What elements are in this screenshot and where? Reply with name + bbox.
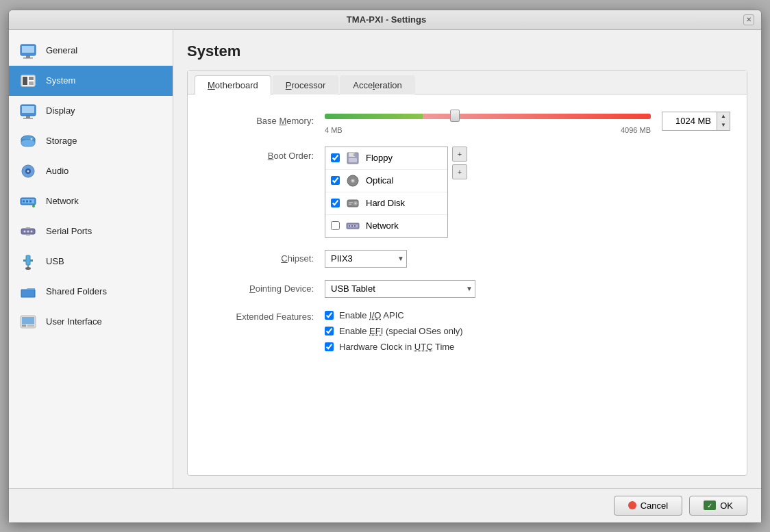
svg-rect-7 xyxy=(29,81,34,85)
tab-processor-label: Processor xyxy=(286,80,326,90)
base-memory-label: Base Memory: xyxy=(204,116,314,126)
optical-icon xyxy=(345,173,360,188)
sidebar-item-serial-ports[interactable]: Serial Ports xyxy=(9,216,173,246)
main-content: System Motherboard Processor Acceleratio… xyxy=(173,30,761,488)
sidebar-item-audio[interactable]: Audio xyxy=(9,156,173,186)
page-title: System xyxy=(187,42,747,60)
close-button[interactable]: ✕ xyxy=(743,14,754,25)
sidebar-label-display: Display xyxy=(46,105,75,116)
tab-acceleration[interactable]: Acceleration xyxy=(340,75,415,94)
cancel-button[interactable]: Cancel xyxy=(614,496,682,516)
shared-folders-icon xyxy=(18,282,38,301)
svg-rect-21 xyxy=(26,200,28,202)
feature-label-utc: Hardware Clock in UTC Time xyxy=(339,342,454,352)
system-icon xyxy=(18,71,38,90)
svg-rect-49 xyxy=(349,202,353,203)
boot-arrows: + + xyxy=(452,147,467,179)
boot-checkbox-network[interactable] xyxy=(331,221,340,230)
boot-order-container: Floppy xyxy=(325,147,467,238)
tab-motherboard-label: Motherboard xyxy=(208,80,258,90)
slider-labels: 4 MB 4096 MB xyxy=(325,126,651,134)
svg-point-26 xyxy=(27,230,29,232)
svg-point-23 xyxy=(32,205,35,207)
boot-item-optical: Optical xyxy=(325,170,447,192)
svg-rect-50 xyxy=(349,203,351,205)
memory-spin-buttons: ▲ ▼ xyxy=(717,112,730,131)
svg-point-32 xyxy=(25,267,31,270)
svg-rect-36 xyxy=(22,317,34,324)
sidebar-item-system[interactable]: System xyxy=(9,66,173,96)
window-title: TMA-PXI - Settings xyxy=(29,14,743,25)
sidebar-item-network[interactable]: Network xyxy=(9,186,173,216)
window-body: General System xyxy=(9,30,761,488)
svg-point-25 xyxy=(24,230,26,232)
floppy-icon xyxy=(345,151,360,166)
tab-processor[interactable]: Processor xyxy=(273,75,339,94)
boot-checkbox-optical[interactable] xyxy=(331,176,340,185)
sidebar-label-usb: USB xyxy=(46,256,64,266)
chipset-select[interactable]: PIIX3 ICH9 xyxy=(325,250,407,268)
svg-rect-33 xyxy=(23,259,26,262)
svg-rect-3 xyxy=(23,58,33,59)
svg-rect-41 xyxy=(353,153,355,156)
svg-point-45 xyxy=(352,179,354,181)
sidebar-item-general[interactable]: General xyxy=(9,36,173,66)
svg-rect-30 xyxy=(26,255,30,265)
sidebar-item-user-interface[interactable]: User Interface xyxy=(9,307,173,337)
pointing-device-row: Pointing Device: USB Tablet PS/2 Mouse ▼ xyxy=(204,280,730,298)
memory-spin-up[interactable]: ▲ xyxy=(717,112,730,121)
harddisk-icon xyxy=(345,196,360,211)
svg-rect-34 xyxy=(30,259,33,262)
pointing-device-select[interactable]: USB Tablet PS/2 Mouse xyxy=(325,280,475,298)
cancel-icon xyxy=(628,501,636,509)
sidebar-label-user-interface: User Interface xyxy=(46,316,102,327)
tabs-bar: Motherboard Processor Acceleration xyxy=(188,71,747,94)
svg-rect-20 xyxy=(23,200,25,202)
tab-motherboard[interactable]: Motherboard xyxy=(195,75,271,94)
boot-item-network: Network xyxy=(325,215,447,237)
boot-arrow-down[interactable]: + xyxy=(452,164,467,179)
svg-rect-2 xyxy=(26,55,30,58)
svg-rect-9 xyxy=(22,106,34,113)
serial-ports-icon xyxy=(18,222,38,241)
sidebar-item-usb[interactable]: USB xyxy=(9,246,173,277)
chipset-dropdown-wrapper: PIIX3 ICH9 ▼ xyxy=(325,250,407,268)
title-bar: TMA-PXI - Settings ✕ xyxy=(9,10,761,30)
boot-item-harddisk: Hard Disk xyxy=(325,192,447,215)
slider-min-label: 4 MB xyxy=(325,126,343,134)
svg-rect-37 xyxy=(22,325,26,327)
memory-spin-down[interactable]: ▼ xyxy=(717,121,730,130)
memory-value-input[interactable] xyxy=(662,112,717,131)
chipset-label: Chipset: xyxy=(204,253,314,264)
tab-content-motherboard: Base Memory: xyxy=(188,94,747,475)
settings-panel: Motherboard Processor Acceleration Base … xyxy=(187,70,747,476)
boot-label-floppy: Floppy xyxy=(366,153,393,163)
sidebar-label-general: General xyxy=(46,45,77,55)
sidebar-item-display[interactable]: Display xyxy=(9,96,173,126)
svg-point-14 xyxy=(31,138,33,140)
feature-item-ioapic: Enable I/O APIC xyxy=(325,310,463,320)
sidebar-label-storage: Storage xyxy=(46,136,77,146)
boot-arrow-up[interactable]: + xyxy=(452,147,467,162)
ok-button[interactable]: ✓ OK xyxy=(689,496,747,516)
feature-checkbox-ioapic[interactable] xyxy=(325,311,334,320)
feature-checkbox-efi[interactable] xyxy=(325,327,334,335)
feature-checkbox-utc[interactable] xyxy=(325,342,334,351)
sidebar: General System xyxy=(9,30,173,488)
boot-list: Floppy xyxy=(325,147,448,238)
general-icon xyxy=(18,41,38,60)
boot-label-network: Network xyxy=(366,220,399,231)
boot-order-row: Boot Order: xyxy=(204,147,730,238)
sidebar-label-system: System xyxy=(46,75,75,86)
boot-checkbox-floppy[interactable] xyxy=(331,153,340,162)
sidebar-item-storage[interactable]: Storage xyxy=(9,126,173,156)
settings-window: TMA-PXI - Settings ✕ General xyxy=(8,10,762,523)
svg-rect-29 xyxy=(26,234,30,236)
svg-point-17 xyxy=(27,170,29,172)
svg-point-13 xyxy=(21,140,35,147)
sidebar-item-shared-folders[interactable]: Shared Folders xyxy=(9,277,173,307)
svg-rect-5 xyxy=(23,77,27,85)
svg-rect-1 xyxy=(22,46,34,53)
boot-checkbox-harddisk[interactable] xyxy=(331,199,340,207)
svg-rect-22 xyxy=(29,200,32,202)
